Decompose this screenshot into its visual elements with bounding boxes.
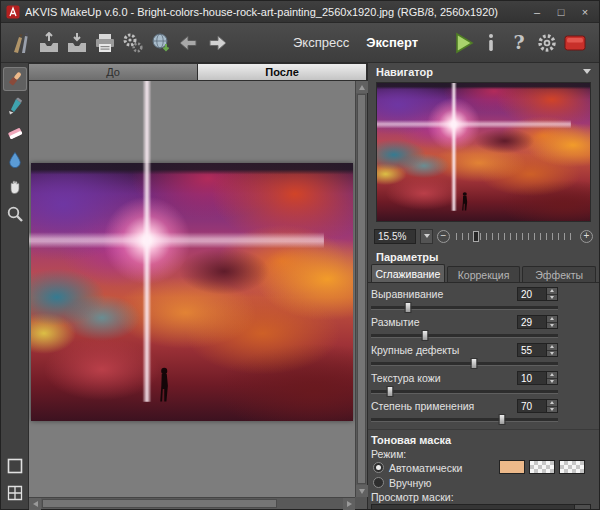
brush-icon bbox=[6, 97, 24, 115]
triangle-left-icon bbox=[33, 501, 38, 507]
slider-track[interactable] bbox=[371, 330, 558, 341]
save-image-button[interactable] bbox=[63, 28, 91, 58]
triangle-right-icon bbox=[347, 501, 352, 507]
zoom-value: 15.5% bbox=[378, 231, 406, 242]
slider-handle[interactable] bbox=[422, 330, 429, 341]
triangle-down-icon bbox=[359, 489, 365, 494]
radio-manual[interactable] bbox=[373, 477, 384, 488]
mask-preview-dropdown[interactable]: Отключить bbox=[371, 504, 591, 509]
minimize-button[interactable]: – bbox=[525, 3, 549, 21]
main-view: До После bbox=[29, 63, 367, 509]
spinner-down-icon[interactable] bbox=[547, 350, 557, 357]
slider-handle[interactable] bbox=[498, 414, 505, 425]
hand-tool-button[interactable] bbox=[3, 175, 27, 199]
slider-value-input[interactable]: 20 bbox=[517, 287, 547, 301]
printer-icon bbox=[94, 32, 116, 54]
zoom-in-button[interactable]: + bbox=[580, 230, 593, 243]
mode-expert[interactable]: Эксперт bbox=[366, 35, 418, 50]
parameters-title: Параметры bbox=[376, 251, 438, 263]
about-button[interactable] bbox=[477, 28, 505, 58]
healing-tool-button[interactable] bbox=[3, 67, 27, 91]
value-spinner[interactable] bbox=[547, 371, 558, 385]
maximize-button[interactable]: □ bbox=[549, 3, 573, 21]
slider-value-input[interactable]: 29 bbox=[517, 315, 547, 329]
horizontal-scrollbar[interactable] bbox=[29, 497, 355, 509]
undo-button[interactable] bbox=[175, 28, 203, 58]
mask-preview-label: Просмотр маски: bbox=[368, 491, 599, 503]
transparent-swatch-2[interactable] bbox=[559, 460, 585, 474]
preferences-button[interactable] bbox=[533, 28, 561, 58]
zoom-slider[interactable] bbox=[456, 230, 574, 243]
tab-effects[interactable]: Эффекты bbox=[522, 266, 596, 282]
dropdown-arrow-button[interactable] bbox=[574, 505, 590, 509]
slider-track[interactable] bbox=[371, 386, 558, 397]
radio-row-automatic: Автоматически bbox=[371, 460, 591, 475]
slider-handle[interactable] bbox=[470, 358, 477, 369]
download-button[interactable] bbox=[147, 28, 175, 58]
history-brush-tool-button[interactable] bbox=[3, 94, 27, 118]
value-spinner[interactable] bbox=[547, 343, 558, 357]
collapse-icon[interactable] bbox=[583, 69, 591, 74]
panel-toggle-button[interactable] bbox=[561, 28, 589, 58]
scroll-up-button[interactable] bbox=[356, 81, 368, 93]
slider-value-input[interactable]: 70 bbox=[517, 399, 547, 413]
slider-track[interactable] bbox=[371, 414, 558, 425]
horizontal-scroll-thumb[interactable] bbox=[42, 499, 277, 508]
slider-label: Выравнивание bbox=[371, 288, 517, 300]
redo-button[interactable] bbox=[203, 28, 231, 58]
spinner-down-icon[interactable] bbox=[547, 322, 557, 329]
hand-icon bbox=[6, 178, 24, 196]
tone-mask-section: Тоновая маска Режим: Автоматически Вручн… bbox=[368, 429, 599, 490]
value-spinner[interactable] bbox=[547, 287, 558, 301]
spinner-down-icon[interactable] bbox=[547, 294, 557, 301]
akvis-logo-button[interactable] bbox=[7, 28, 35, 58]
figure-silhouette bbox=[460, 192, 470, 211]
run-button[interactable] bbox=[449, 28, 477, 58]
value-spinner[interactable] bbox=[547, 315, 558, 329]
image-canvas[interactable] bbox=[29, 81, 355, 497]
zoom-out-button[interactable]: − bbox=[437, 230, 450, 243]
navigator-thumbnail[interactable] bbox=[376, 82, 591, 222]
tab-correction[interactable]: Коррекция bbox=[447, 266, 521, 282]
slider-value-input[interactable]: 10 bbox=[517, 371, 547, 385]
tool-palette bbox=[1, 63, 29, 509]
skin-color-swatch[interactable] bbox=[499, 460, 525, 474]
tab-before[interactable]: До bbox=[29, 63, 198, 81]
close-button[interactable]: × bbox=[573, 3, 597, 21]
scroll-down-button[interactable] bbox=[356, 485, 368, 497]
vertical-scrollbar[interactable] bbox=[355, 81, 367, 497]
scroll-right-button[interactable] bbox=[343, 498, 355, 510]
scroll-left-button[interactable] bbox=[29, 498, 41, 510]
slider-label: Текстура кожи bbox=[371, 372, 517, 384]
zoom-slider-handle[interactable] bbox=[473, 231, 479, 242]
vertical-scroll-thumb[interactable] bbox=[357, 94, 366, 484]
print-button[interactable] bbox=[91, 28, 119, 58]
drop-icon bbox=[6, 151, 24, 169]
tab-smoothing[interactable]: Сглаживание bbox=[371, 264, 445, 282]
grid-button[interactable] bbox=[3, 481, 27, 505]
radio-automatic[interactable] bbox=[373, 462, 384, 473]
share-button[interactable] bbox=[119, 28, 147, 58]
slider-handle[interactable] bbox=[386, 386, 393, 397]
help-button[interactable]: ? bbox=[505, 28, 533, 58]
zoom-value-input[interactable]: 15.5% bbox=[374, 229, 416, 244]
zoom-dropdown-button[interactable] bbox=[420, 229, 433, 244]
toolbar: Экспресс Эксперт ? bbox=[1, 23, 599, 63]
radio-manual-label: Вручную bbox=[389, 477, 431, 489]
tab-after[interactable]: После bbox=[198, 63, 367, 81]
slider-handle[interactable] bbox=[405, 302, 412, 313]
preview-window-button[interactable] bbox=[3, 454, 27, 478]
slider-row-evening: Выравнивание 20 bbox=[371, 287, 558, 313]
blur-tool-button[interactable] bbox=[3, 148, 27, 172]
slider-track[interactable] bbox=[371, 302, 558, 313]
value-spinner[interactable] bbox=[547, 399, 558, 413]
eraser-tool-button[interactable] bbox=[3, 121, 27, 145]
spinner-down-icon[interactable] bbox=[547, 378, 557, 385]
mode-express[interactable]: Экспресс bbox=[293, 35, 349, 50]
spinner-down-icon[interactable] bbox=[547, 406, 557, 413]
slider-track[interactable] bbox=[371, 358, 558, 369]
open-image-button[interactable] bbox=[35, 28, 63, 58]
transparent-swatch-1[interactable] bbox=[529, 460, 555, 474]
zoom-tool-button[interactable] bbox=[3, 202, 27, 226]
slider-value-input[interactable]: 55 bbox=[517, 343, 547, 357]
